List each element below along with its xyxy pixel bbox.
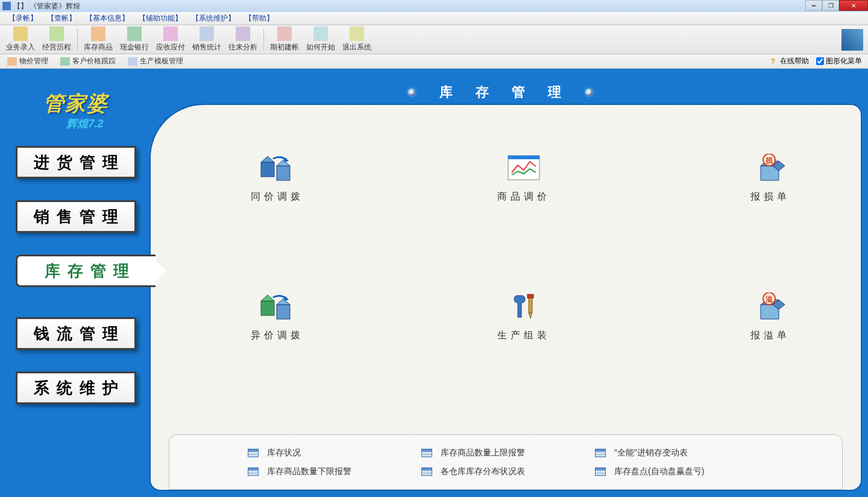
link-warehouse-dist[interactable]: 各仓库库存分布状况表 <box>421 466 590 477</box>
menu-query[interactable]: 【查帐】 <box>42 12 81 25</box>
graphic-menu-input[interactable] <box>816 57 824 65</box>
decoration-gem-icon <box>408 89 415 96</box>
tool-history[interactable]: 经营历程 <box>39 25 75 54</box>
price-chart-icon <box>505 153 543 182</box>
price-icon <box>7 57 17 66</box>
bottom-panel: 库存状况 库存商品数量上限报警 "全能"进销存变动表 库存商品数量下限报警 各仓… <box>169 434 843 490</box>
bottom-row-1: 库存状况 库存商品数量上限报警 "全能"进销存变动表 <box>248 448 764 458</box>
icon-price-adjust[interactable]: 商品调价 <box>470 153 578 203</box>
decoration-gem-icon <box>585 89 593 96</box>
nav-sales[interactable]: 销售管理 <box>16 200 136 233</box>
content-panel: 同价调拨 商品调价 损 报损单 异价调拨 <box>149 104 862 491</box>
minimize-button[interactable]: ━ <box>805 0 822 11</box>
overflow-box-icon: 溢 <box>751 292 790 321</box>
subtoolbar: 物价管理 客户价格跟踪 生产模板管理 ? 在线帮助 图形化菜单 <box>0 54 868 69</box>
link-inventory-count[interactable]: 库存盘点(自动盘赢盘亏) <box>595 466 764 477</box>
help-icon: ? <box>771 57 775 66</box>
icon-grid-row1: 同价调拨 商品调价 损 报损单 <box>223 153 825 203</box>
tool-inventory-goods[interactable]: 库存商品 <box>80 25 116 54</box>
icon-production[interactable]: 生产组装 <box>470 292 578 342</box>
warehouse-transfer2-icon <box>258 292 297 321</box>
loss-box-icon: 损 <box>751 153 790 182</box>
menu-aux[interactable]: 【辅助功能】 <box>134 12 187 25</box>
menu-maint[interactable]: 【系统维护】 <box>187 12 240 25</box>
tool-business-entry[interactable]: 业务录入 <box>2 25 39 54</box>
logo-sub: 辉煌7.2 <box>66 116 103 131</box>
tool-receivable[interactable]: 应收应付 <box>153 25 189 54</box>
menubar: 【录帐】 【查帐】 【基本信息】 【辅助功能】 【系统维护】 【帮助】 <box>0 12 868 25</box>
sidebar: 管家婆 辉煌7.2 进货管理 销售管理 库存管理 钱流管理 系统维护 <box>2 77 149 497</box>
tool-sales-stats[interactable]: 销售统计 <box>189 25 225 54</box>
table-icon <box>595 449 606 457</box>
question-icon <box>313 27 328 41</box>
subtoolbar-right: ? 在线帮助 图形化菜单 <box>771 55 864 67</box>
logo-area: 管家婆 辉煌7.2 <box>2 83 149 138</box>
nav-purchase[interactable]: 进货管理 <box>16 146 136 179</box>
exit-icon <box>350 27 364 41</box>
titlebar: 【】 《管家婆》辉煌 ━ ❐ ✕ <box>0 0 868 12</box>
header-banner: 库 存 管 理 <box>139 77 862 107</box>
tool-initial[interactable]: 期初建帐 <box>266 25 303 54</box>
nav-money[interactable]: 钱流管理 <box>16 317 136 350</box>
receivable-icon <box>163 27 178 41</box>
main-area: 库 存 管 理 同价调拨 商品调价 损 报损单 <box>0 69 868 497</box>
separator <box>77 29 78 51</box>
tool-how-to-start[interactable]: 如何开始 <box>303 25 339 54</box>
graphic-menu-checkbox[interactable]: 图形化菜单 <box>814 55 864 67</box>
app-icon <box>2 2 11 10</box>
tool-contacts[interactable]: 往来分析 <box>225 25 261 54</box>
menu-record[interactable]: 【录帐】 <box>4 12 42 25</box>
icon-same-price-transfer[interactable]: 同价调拨 <box>223 153 332 203</box>
link-inventory-status[interactable]: 库存状况 <box>248 448 417 458</box>
warehouse-transfer-icon <box>258 153 297 182</box>
clock-icon <box>277 27 292 41</box>
menu-basic-info[interactable]: 【基本信息】 <box>81 12 134 25</box>
table-icon <box>595 467 606 476</box>
history-icon <box>49 27 64 41</box>
page-title: 库 存 管 理 <box>439 83 571 101</box>
menu-help[interactable]: 【帮助】 <box>240 12 278 25</box>
chart-icon <box>200 27 214 41</box>
online-help-link[interactable]: 在线帮助 <box>780 56 809 66</box>
svg-rect-2 <box>277 166 290 180</box>
separator <box>263 29 264 51</box>
svg-marker-18 <box>529 312 532 318</box>
svg-rect-19 <box>527 294 533 298</box>
tools-icon <box>505 292 543 321</box>
money-icon <box>127 27 142 41</box>
icon-overflow-report[interactable]: 溢 报溢单 <box>716 292 825 342</box>
cube-logo-icon <box>841 29 863 51</box>
sub-customer-price[interactable]: 客户价格跟踪 <box>57 55 119 68</box>
box-icon <box>91 27 105 41</box>
link-upper-limit-alarm[interactable]: 库存商品数量上限报警 <box>421 448 590 458</box>
sub-template[interactable]: 生产模板管理 <box>124 55 187 68</box>
sub-price-mgmt[interactable]: 物价管理 <box>4 55 52 68</box>
svg-rect-0 <box>261 162 274 177</box>
link-all-change[interactable]: "全能"进销存变动表 <box>595 448 764 458</box>
svg-text:损: 损 <box>765 156 773 165</box>
svg-rect-14 <box>277 305 290 319</box>
table-icon <box>421 449 432 457</box>
nav-maint[interactable]: 系统维护 <box>16 372 136 404</box>
close-button[interactable]: ✕ <box>839 0 868 11</box>
svg-rect-12 <box>261 301 274 315</box>
nav-inventory[interactable]: 库存管理 <box>16 255 156 287</box>
toolbar: 业务录入 经营历程 库存商品 现金银行 应收应付 销售统计 往来分析 期初建帐 … <box>0 25 868 54</box>
contacts-icon <box>236 27 250 41</box>
svg-text:溢: 溢 <box>765 295 773 303</box>
link-lower-limit-alarm[interactable]: 库存商品数量下限报警 <box>248 466 417 477</box>
logo-main: 管家婆 <box>43 90 108 118</box>
tool-exit[interactable]: 退出系统 <box>339 25 375 54</box>
window-controls: ━ ❐ ✕ <box>805 0 868 11</box>
svg-marker-13 <box>261 295 274 301</box>
template-icon <box>128 57 137 66</box>
svg-marker-1 <box>261 156 274 162</box>
document-icon <box>13 27 28 41</box>
table-icon <box>248 467 259 476</box>
table-icon <box>248 449 259 457</box>
icon-diff-price-transfer[interactable]: 异价调拨 <box>223 292 332 342</box>
bottom-row-2: 库存商品数量下限报警 各仓库库存分布状况表 库存盘点(自动盘赢盘亏) <box>248 466 764 477</box>
icon-loss-report[interactable]: 损 报损单 <box>716 153 825 203</box>
maximize-button[interactable]: ❐ <box>822 0 839 11</box>
tool-cash-bank[interactable]: 现金银行 <box>116 25 153 54</box>
